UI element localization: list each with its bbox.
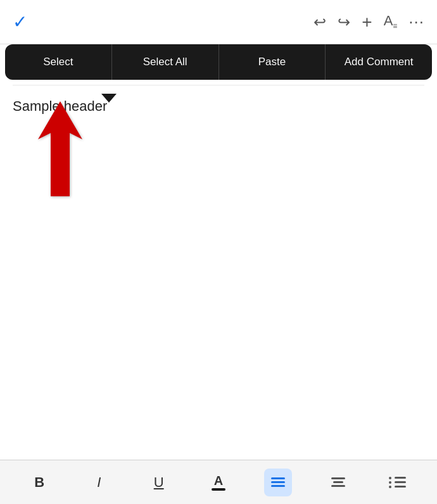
undo-icon[interactable]: ↩ (314, 13, 326, 31)
align-left-button[interactable] (264, 469, 292, 496)
context-menu-select[interactable]: Select (5, 44, 112, 80)
list-button[interactable] (384, 469, 412, 496)
context-menu-pointer (101, 94, 117, 103)
toolbar-left: ✓ (13, 11, 27, 32)
more-options-icon[interactable]: ··· (408, 12, 424, 32)
bold-button[interactable]: B (25, 469, 53, 496)
color-bar (212, 488, 225, 491)
annotation-arrow (22, 98, 104, 202)
align-center-icon (331, 477, 345, 487)
bottom-toolbar: B I U A (0, 460, 437, 504)
add-icon[interactable]: + (362, 12, 372, 32)
align-center-button[interactable] (324, 469, 352, 496)
underline-button[interactable]: U (145, 469, 173, 496)
align-left-icon (271, 477, 285, 487)
context-menu: Select Select All Paste Add Comment (5, 44, 432, 80)
toolbar-right: ↩ ↪ + A≡ ··· (314, 12, 424, 32)
context-menu-select-all[interactable]: Select All (112, 44, 219, 80)
context-menu-add-comment[interactable]: Add Comment (326, 44, 432, 80)
redo-icon[interactable]: ↪ (338, 13, 350, 31)
italic-button[interactable]: I (85, 469, 113, 496)
text-color-button[interactable]: A (205, 469, 232, 496)
list-icon (389, 477, 406, 488)
font-size-icon[interactable]: A≡ (384, 13, 398, 30)
color-a-label: A (214, 474, 223, 487)
checkmark-icon[interactable]: ✓ (13, 11, 27, 32)
svg-marker-1 (38, 101, 82, 196)
context-menu-paste[interactable]: Paste (219, 44, 326, 80)
top-toolbar: ✓ ↩ ↪ + A≡ ··· (0, 0, 437, 44)
